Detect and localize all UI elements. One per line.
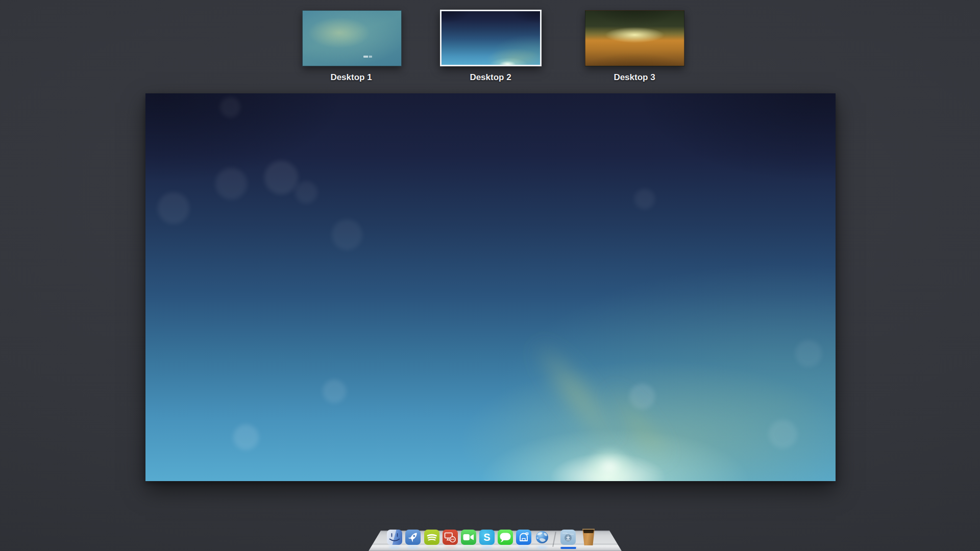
skype-icon[interactable]: S xyxy=(479,530,495,545)
bokeh-circle xyxy=(158,192,189,224)
desktop-3-thumbnail[interactable] xyxy=(585,10,684,66)
dock-reflection xyxy=(426,546,437,549)
downloads-stack-icon[interactable] xyxy=(560,530,576,545)
dock-reflection xyxy=(518,546,529,549)
dock-reflection xyxy=(445,546,456,549)
mini-window xyxy=(363,56,372,58)
bokeh-circle xyxy=(215,168,247,199)
trash-rim xyxy=(582,529,595,530)
bokeh-circle xyxy=(634,189,655,209)
messages-icon[interactable] xyxy=(498,530,513,545)
bokeh-circle xyxy=(323,380,346,403)
bokeh-circle xyxy=(295,181,317,204)
launchpad-icon[interactable] xyxy=(405,530,421,545)
facetime-icon[interactable] xyxy=(461,530,476,545)
skype-glyph: S xyxy=(479,530,495,545)
dock-reflection xyxy=(407,546,419,549)
bokeh-circle xyxy=(795,340,822,367)
finder-icon[interactable] xyxy=(387,530,402,545)
download-progress xyxy=(560,547,577,549)
bright-glow xyxy=(584,446,635,481)
bokeh-circle xyxy=(264,161,298,194)
dock-reflection xyxy=(500,546,511,549)
bokeh-circle xyxy=(332,219,362,250)
bokeh-circle xyxy=(220,97,240,117)
dock-reflection xyxy=(389,546,400,549)
desktop-1-label: Desktop 1 xyxy=(330,72,372,83)
bokeh-circle xyxy=(769,420,797,448)
remote-desktop-icon[interactable]: >< xyxy=(443,530,458,545)
mailbox-icon[interactable] xyxy=(516,530,531,545)
desktop-2-thumbnail[interactable] xyxy=(440,10,542,66)
bokeh-circle xyxy=(233,424,259,450)
dock-reflection xyxy=(481,546,493,549)
download-progress-fill xyxy=(560,547,576,549)
dock-reflection xyxy=(463,546,474,549)
browser-globe-icon[interactable] xyxy=(534,530,550,545)
mission-control-screen: Desktop 1 Desktop 2 Desktop 3 xyxy=(0,0,980,551)
spotify-icon[interactable] xyxy=(424,530,439,545)
desktop-3-label: Desktop 3 xyxy=(614,72,655,83)
active-desktop-preview[interactable] xyxy=(145,93,836,481)
desktop-1-thumbnail[interactable] xyxy=(302,10,402,66)
desktop-2-label: Desktop 2 xyxy=(470,72,511,83)
remote-badge-glyph: >< xyxy=(451,537,455,541)
dock-reflection xyxy=(536,546,548,549)
